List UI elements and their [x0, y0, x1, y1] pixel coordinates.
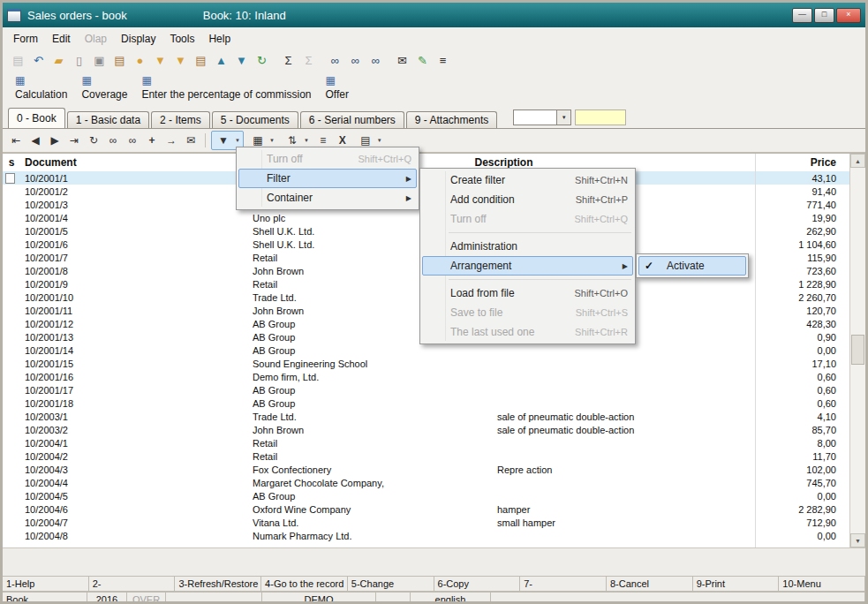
menu-item[interactable]: Activate: [637, 256, 748, 276]
header-selector[interactable]: s: [3, 156, 20, 169]
function-key[interactable]: 4-Go to the record: [260, 576, 348, 592]
table-row[interactable]: 10/2001/15 Sound Engineering School 17,1…: [3, 357, 850, 370]
table-row[interactable]: 10/2004/3 Fox Confectionery Repre action…: [3, 463, 850, 476]
open-folder-icon[interactable]: ▰: [49, 51, 69, 70]
new-document-icon[interactable]: ▯: [69, 51, 89, 70]
scrollbar-thumb[interactable]: [851, 335, 864, 365]
offer-button[interactable]: ▦ Offer: [326, 74, 349, 101]
sum-icon[interactable]: Σ: [278, 51, 298, 70]
minimize-button[interactable]: —: [792, 8, 812, 23]
calculation-button[interactable]: ▦ Calculation: [15, 74, 67, 101]
menu-item[interactable]: Add condition Shift+Ctrl+P: [420, 190, 635, 209]
goto-record-button[interactable]: →: [162, 132, 180, 149]
table-row[interactable]: 10/2004/6 Oxford Wine Company hamper 2 2…: [3, 502, 850, 516]
mail-icon[interactable]: ✉: [392, 51, 412, 70]
tab-1-basic-data[interactable]: 1 - Basic data: [67, 111, 149, 128]
find-filter-icon[interactable]: ∞: [366, 51, 386, 70]
table-row[interactable]: 10/2004/2 Retail 11,70: [3, 449, 850, 463]
chevron-down-icon[interactable]: ▼: [269, 138, 275, 143]
menu-item[interactable]: Turn off Shift+Ctrl+Q: [420, 209, 635, 229]
table-row[interactable]: 10/2004/8 Numark Pharmacy Ltd. 0,00: [3, 529, 850, 542]
menu-item[interactable]: Arrangement: [420, 256, 635, 276]
table-row[interactable]: 10/2004/7 Vitana Ltd. small hamper 712,9…: [3, 516, 850, 529]
recalculate-icon[interactable]: ↻: [252, 51, 272, 70]
copy-icon[interactable]: ▣: [89, 51, 109, 70]
filter-icon[interactable]: ▼: [150, 51, 170, 70]
function-key[interactable]: 1-Help: [2, 576, 89, 592]
quick-search-field[interactable]: [575, 109, 626, 125]
table-row[interactable]: 10/2001/18 AB Group 0,60: [3, 396, 850, 410]
menu-edit[interactable]: Edit: [45, 30, 78, 48]
new-record-button[interactable]: +: [143, 132, 161, 149]
lock-icon[interactable]: ●: [130, 51, 150, 70]
last-record-button[interactable]: ⇥: [65, 132, 83, 149]
status-language: english: [410, 592, 491, 604]
function-key[interactable]: 3-Refresh/Restore: [174, 576, 261, 592]
restore-button[interactable]: □: [814, 8, 834, 23]
tab-9-attachments[interactable]: 9 - Attachments: [406, 111, 497, 128]
scroll-down-button[interactable]: ▼: [850, 533, 865, 547]
menu-item[interactable]: Load from file Shift+Ctrl+O: [420, 283, 635, 303]
stack-icon[interactable]: ▤: [191, 51, 211, 70]
chevron-down-icon[interactable]: ▼: [304, 138, 309, 143]
menu-form[interactable]: Form: [6, 30, 45, 48]
arrow-down-icon[interactable]: ▼: [231, 51, 252, 70]
coverage-button[interactable]: ▦ Coverage: [81, 74, 127, 101]
arrow-up-icon[interactable]: ▲: [211, 51, 231, 70]
table-row[interactable]: 10/2004/5 AB Group 0,00: [3, 489, 850, 502]
edit-icon[interactable]: ✎: [412, 51, 433, 70]
table-row[interactable]: 10/2004/1 Retail 8,00: [3, 436, 850, 449]
header-price[interactable]: Price: [755, 156, 850, 169]
function-key[interactable]: 5-Change: [347, 576, 434, 592]
close-button[interactable]: ×: [836, 8, 861, 23]
menu-item[interactable]: Administration: [420, 237, 635, 256]
chevron-down-icon[interactable]: ▼: [556, 110, 570, 125]
vertical-scrollbar[interactable]: ▲ ▼: [849, 154, 865, 547]
table-row[interactable]: 10/2003/2 John Brown sale of pneumatic d…: [3, 423, 850, 436]
previous-record-button[interactable]: ◀: [26, 132, 44, 149]
table-row[interactable]: 10/2003/1 Trade Ltd. sale of pneumatic d…: [3, 410, 850, 423]
tab-0-book[interactable]: 0 - Book: [8, 108, 65, 128]
send-record-button[interactable]: ✉: [182, 132, 200, 149]
filter-report-icon[interactable]: ▼: [170, 51, 191, 70]
menu-item[interactable]: Create filter Shift+Ctrl+N: [420, 170, 635, 190]
menu-item[interactable]: The last used one Shift+Ctrl+R: [420, 322, 635, 342]
menu-display[interactable]: Display: [114, 30, 162, 48]
table-row[interactable]: 10/2001/16 Demo firm, Ltd. 0,60: [3, 370, 850, 383]
undo-icon[interactable]: ↶: [28, 51, 49, 70]
tab-2-items[interactable]: 2 - Items: [151, 111, 210, 128]
tab-6-serial-numbers[interactable]: 6 - Serial numbers: [300, 111, 404, 128]
menu-item[interactable]: Container: [237, 188, 419, 208]
table-row[interactable]: 10/2004/4 Margaret Chocolate Company, 74…: [3, 476, 850, 489]
notebook-icon[interactable]: ▤: [109, 51, 130, 70]
menu-item[interactable]: Save to file Shift+Ctrl+S: [420, 303, 635, 322]
chevron-down-icon[interactable]: ▼: [377, 138, 382, 143]
table-row[interactable]: 10/2001/17 AB Group 0,60: [3, 383, 850, 396]
function-key[interactable]: 9-Print: [692, 576, 780, 592]
table-row[interactable]: 10/2001/14 AB Group 0,00: [3, 344, 850, 357]
menu-item[interactable]: [420, 276, 635, 283]
function-key[interactable]: 8-Cancel: [606, 576, 693, 592]
menu-item[interactable]: Turn off Shift+Ctrl+Q: [237, 149, 419, 169]
find-icon[interactable]: ∞: [325, 51, 345, 70]
header-document[interactable]: Document: [20, 156, 253, 169]
menu-item[interactable]: [420, 229, 635, 237]
menu-item[interactable]: Filter: [237, 169, 419, 188]
next-record-button[interactable]: ▶: [46, 132, 64, 149]
function-key[interactable]: 7-: [519, 576, 607, 592]
find-next-icon[interactable]: ∞: [345, 51, 366, 70]
scroll-up-button[interactable]: ▲: [850, 154, 865, 168]
commission-button[interactable]: ▦ Enter the percentage of commission: [141, 74, 311, 101]
function-key[interactable]: 10-Menu: [778, 576, 865, 592]
function-key[interactable]: 2-: [88, 576, 176, 592]
function-key[interactable]: 6-Copy: [434, 576, 521, 592]
tab-5-documents[interactable]: 5 - Documents: [212, 111, 298, 128]
more-menu-icon[interactable]: ≡: [433, 51, 453, 70]
find-record-button[interactable]: ∞: [104, 132, 122, 149]
chevron-down-icon[interactable]: ▼: [235, 138, 240, 143]
menu-tools[interactable]: Tools: [162, 30, 201, 48]
refresh-record-button[interactable]: ↻: [85, 132, 102, 149]
menu-help[interactable]: Help: [201, 30, 238, 48]
record-combobox[interactable]: ▼: [513, 109, 571, 125]
first-record-button[interactable]: ⇤: [7, 132, 25, 149]
